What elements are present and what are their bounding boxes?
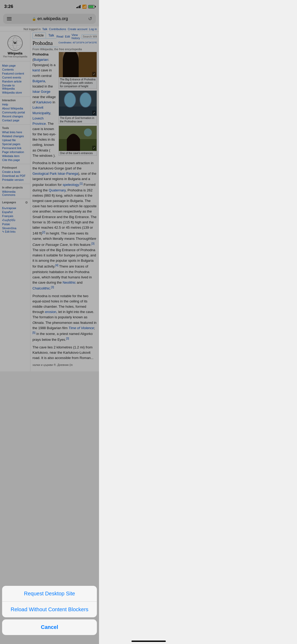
overlay-backdrop — [0, 0, 99, 371]
